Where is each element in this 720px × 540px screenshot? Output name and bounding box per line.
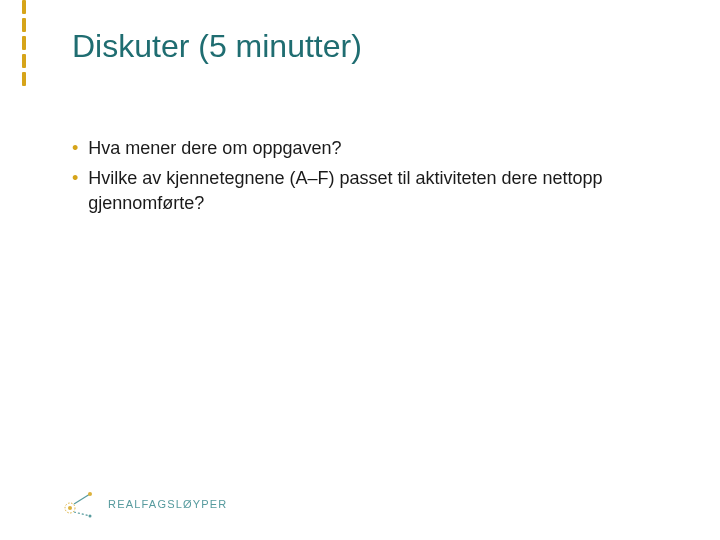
svg-point-2 [88, 492, 92, 496]
logo-text: REALFAGSLØYPER [108, 498, 228, 510]
bullet-icon: • [72, 166, 78, 190]
brand-logo: REALFAGSLØYPER [60, 490, 228, 518]
dash-icon [22, 72, 26, 86]
dash-icon [22, 36, 26, 50]
svg-point-3 [89, 515, 92, 518]
bullet-text: Hvilke av kjennetegnene (A–F) passet til… [88, 166, 660, 215]
slide: Diskuter (5 minutter) • Hva mener dere o… [0, 0, 720, 540]
dash-icon [22, 18, 26, 32]
slide-title: Diskuter (5 minutter) [72, 28, 362, 65]
logo-mark-icon [60, 490, 100, 518]
bullet-text: Hva mener dere om oppgaven? [88, 136, 341, 160]
dash-icon [22, 54, 26, 68]
svg-point-1 [68, 506, 72, 510]
dash-icon [22, 0, 26, 14]
list-item: • Hva mener dere om oppgaven? [72, 136, 660, 160]
bullet-icon: • [72, 136, 78, 160]
list-item: • Hvilke av kjennetegnene (A–F) passet t… [72, 166, 660, 215]
content-area: • Hva mener dere om oppgaven? • Hvilke a… [72, 136, 660, 221]
side-dash-decoration [22, 0, 26, 86]
